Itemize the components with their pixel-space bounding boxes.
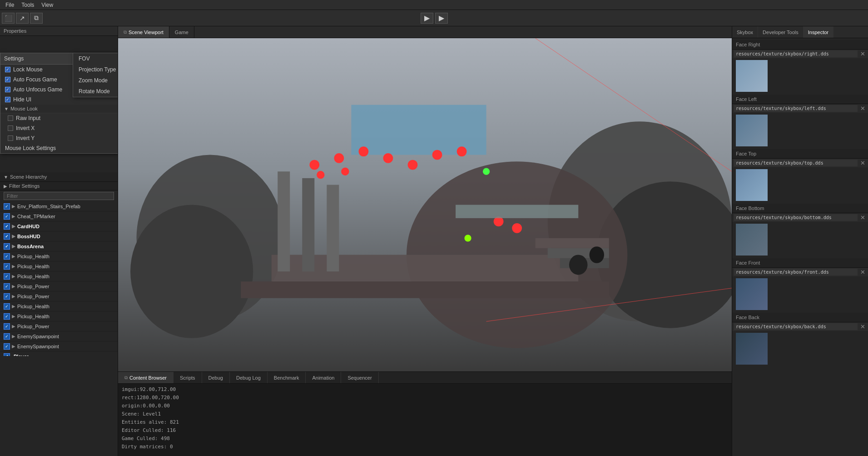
hierarchy-expand: ▶ [12, 314, 15, 319]
tab-content-browser[interactable]: ⧉ Content Browser [118, 372, 174, 383]
menu-tools[interactable]: Tools [18, 1, 38, 9]
hierarchy-item[interactable]: ✓ ▶ CardHUD [0, 221, 118, 231]
face-section-0: Face Right ✕ [732, 40, 868, 94]
tab-benchmark[interactable]: Benchmark [268, 372, 306, 383]
menu-view[interactable]: View [38, 1, 57, 9]
hierarchy-expand: ▶ [12, 254, 15, 259]
face-clear-btn-2[interactable]: ✕ [859, 160, 866, 166]
tab-developer-tools[interactable]: Developer Tools [758, 26, 804, 38]
face-label-1: Face Left [732, 95, 868, 104]
hierarchy-item[interactable]: ✓ ▶ BossHUD [0, 231, 118, 241]
hierarchy-check[interactable]: ✓ [4, 353, 10, 356]
tab-scripts[interactable]: Scripts [174, 372, 202, 383]
lock-mouse-checkbox[interactable]: ✓ [5, 67, 10, 72]
hierarchy-item[interactable]: ✓ ▶ Pickup_Power [0, 281, 118, 291]
hierarchy-item[interactable]: ✓ ▶ EnemySpawnpoint [0, 331, 118, 341]
tab-debug-log[interactable]: Debug Log [230, 372, 268, 383]
hierarchy-item[interactable]: ✓ ▶ Env_Platform_Stairs_Prefab [0, 201, 118, 211]
hide-ui-checkbox[interactable]: ✓ [5, 97, 10, 102]
hierarchy-check[interactable]: ✓ [4, 273, 10, 280]
hierarchy-check[interactable]: ✓ [4, 253, 10, 260]
hierarchy-check[interactable]: ✓ [4, 293, 10, 300]
menu-bar: File Tools View [0, 0, 868, 10]
tab-debug[interactable]: Debug [202, 372, 230, 383]
mouse-look-settings-item[interactable]: Mouse Look Settings [0, 143, 118, 153]
hierarchy-check[interactable]: ✓ [4, 243, 10, 250]
play2-button[interactable]: ▶ [435, 13, 448, 24]
hierarchy-item[interactable]: ✓ ▶ Pickup_Health [0, 251, 118, 261]
hierarchy-check[interactable]: ✓ [4, 313, 10, 320]
hierarchy-expand: ▶ [12, 304, 15, 309]
hierarchy-check[interactable]: ✓ [4, 263, 10, 270]
hierarchy-item[interactable]: ✓ ▶ Pickup_Power [0, 291, 118, 301]
hierarchy-item[interactable]: ✓ ▶ Pickup_Health [0, 271, 118, 281]
hierarchy-item[interactable]: ✓ Player [0, 351, 118, 356]
hierarchy-filter-input[interactable] [4, 192, 114, 200]
face-section-5: Face Back ✕ [732, 313, 868, 366]
submenu-projection[interactable]: Projection Type [73, 64, 118, 75]
face-clear-btn-4[interactable]: ✕ [859, 269, 866, 276]
hierarchy-item[interactable]: ✓ ▶ Cheat_TPMarker [0, 211, 118, 221]
play-button[interactable]: ▶ [421, 13, 433, 24]
invert-y-label: Invert Y [16, 135, 35, 141]
face-label-4: Face Front [732, 258, 868, 268]
tab-inspector[interactable]: Inspector [804, 26, 833, 38]
face-path-input-4[interactable] [734, 269, 858, 276]
hierarchy-check[interactable]: ✓ [4, 303, 10, 310]
hierarchy-check[interactable]: ✓ [4, 323, 10, 330]
hierarchy-check[interactable]: ✓ [4, 283, 10, 290]
hierarchy-check[interactable]: ✓ [4, 233, 10, 240]
hierarchy-item-name: Cheat_TPMarker [17, 214, 55, 219]
invert-y-item[interactable]: Invert Y [0, 133, 118, 143]
auto-unfocus-checkbox[interactable]: ✓ [5, 87, 10, 92]
hierarchy-item-name: EnemySpawnpoint [17, 334, 59, 339]
face-path-input-3[interactable] [734, 214, 858, 221]
hierarchy-item[interactable]: ✓ ▶ Pickup_Health [0, 311, 118, 321]
tab-animation[interactable]: Animation [306, 372, 341, 383]
tab-scene-viewport[interactable]: ⧉ Scene Viewport [118, 26, 169, 38]
hierarchy-item-name: Pickup_Health [17, 314, 50, 319]
submenu-fov[interactable]: FOV [73, 53, 118, 64]
hierarchy-item[interactable]: ✓ ▶ Pickup_Health [0, 301, 118, 311]
hierarchy-item[interactable]: ✓ ▶ Pickup_Power [0, 321, 118, 331]
hierarchy-item[interactable]: ✓ ▶ EnemySpawnpoint [0, 341, 118, 351]
toolbar-tool-2[interactable]: ↗ [16, 13, 29, 24]
face-path-input-0[interactable] [734, 50, 858, 57]
content-browser-icon: ⧉ [124, 375, 128, 381]
face-path-input-2[interactable] [734, 160, 858, 166]
mouse-look-section[interactable]: ▼ Mouse Look [0, 105, 118, 113]
invert-x-checkbox[interactable] [8, 125, 13, 131]
submenu-zoom[interactable]: Zoom Mode [73, 75, 118, 86]
tab-skybox[interactable]: Skybox [732, 26, 758, 38]
face-path-input-1[interactable] [734, 105, 858, 112]
hierarchy-check[interactable]: ✓ [4, 343, 10, 350]
hierarchy-check[interactable]: ✓ [4, 213, 10, 220]
raw-input-item[interactable]: Raw Input [0, 113, 118, 123]
raw-input-checkbox[interactable] [8, 115, 13, 121]
face-section-3: Face Bottom ✕ [732, 204, 868, 257]
toolbar-tool-1[interactable]: ⬛ [2, 13, 15, 24]
face-clear-btn-0[interactable]: ✕ [859, 50, 866, 57]
menu-file[interactable]: File [2, 1, 18, 9]
filter-settings-header[interactable]: ▶ Filter Settings [0, 182, 118, 190]
toolbar-tool-3[interactable]: ⧉ [30, 13, 43, 24]
hierarchy-check[interactable]: ✓ [4, 223, 10, 230]
face-clear-btn-5[interactable]: ✕ [859, 323, 866, 330]
skybox-preview-4 [736, 278, 768, 310]
tab-sequencer[interactable]: Sequencer [341, 372, 378, 383]
svg-point-18 [359, 146, 369, 156]
face-clear-btn-3[interactable]: ✕ [859, 214, 866, 221]
face-path-input-5[interactable] [734, 323, 858, 330]
hierarchy-item[interactable]: ✓ ▶ BossArena [0, 241, 118, 251]
viewport[interactable] [118, 38, 732, 371]
invert-x-item[interactable]: Invert X [0, 123, 118, 133]
face-clear-btn-1[interactable]: ✕ [859, 105, 866, 112]
hierarchy-item[interactable]: ✓ ▶ Pickup_Health [0, 261, 118, 271]
submenu-rotate[interactable]: Rotate Mode [73, 86, 118, 97]
invert-y-checkbox[interactable] [8, 135, 13, 141]
hierarchy-check[interactable]: ✓ [4, 333, 10, 340]
hierarchy-check[interactable]: ✓ [4, 203, 10, 210]
tab-game[interactable]: Game [169, 26, 194, 38]
auto-focus-checkbox[interactable]: ✓ [5, 77, 10, 82]
face-label-3: Face Bottom [732, 204, 868, 213]
